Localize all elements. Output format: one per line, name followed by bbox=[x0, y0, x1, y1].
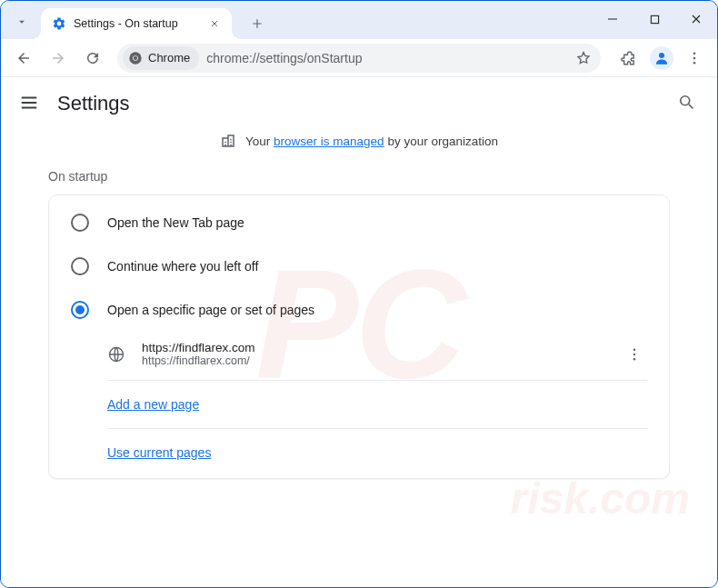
radio-label: Open the New Tab page bbox=[107, 215, 244, 230]
maximize-button[interactable] bbox=[633, 1, 675, 37]
radio-option-newtab[interactable]: Open the New Tab page bbox=[49, 201, 669, 244]
extensions-button[interactable] bbox=[613, 43, 644, 74]
svg-point-4 bbox=[659, 53, 664, 58]
add-page-row: Add a new page bbox=[49, 384, 669, 424]
back-button[interactable] bbox=[8, 43, 39, 74]
startup-page-text: https://findflarex.com https://findflare… bbox=[142, 341, 605, 367]
url-text: chrome://settings/onStartup bbox=[206, 51, 568, 65]
use-current-row: Use current pages bbox=[49, 433, 669, 473]
maximize-icon bbox=[650, 15, 660, 25]
reload-button[interactable] bbox=[77, 43, 108, 74]
avatar bbox=[650, 46, 673, 70]
svg-point-11 bbox=[633, 353, 636, 355]
kebab-icon bbox=[686, 50, 703, 66]
tab-title: Settings - On startup bbox=[74, 17, 199, 30]
radio-icon bbox=[71, 301, 89, 319]
section-label: On startup bbox=[1, 165, 717, 194]
building-icon bbox=[220, 133, 236, 149]
profile-button[interactable] bbox=[646, 43, 677, 74]
startup-page-row: https://findflarex.com https://findflare… bbox=[49, 332, 669, 376]
arrow-right-icon bbox=[50, 50, 66, 66]
site-chip-label: Chrome bbox=[148, 51, 190, 65]
puzzle-icon bbox=[621, 50, 637, 66]
radio-icon bbox=[71, 257, 89, 275]
close-icon bbox=[691, 14, 702, 25]
svg-point-6 bbox=[693, 56, 696, 59]
radio-label: Continue where you left off bbox=[107, 259, 258, 274]
gear-icon bbox=[52, 16, 66, 31]
search-icon bbox=[677, 93, 695, 111]
radio-label: Open a specific page or set of pages bbox=[107, 303, 314, 317]
titlebar: Settings - On startup bbox=[1, 1, 717, 39]
svg-point-7 bbox=[693, 61, 696, 64]
app-menu-button[interactable] bbox=[679, 43, 710, 74]
close-window-button[interactable] bbox=[675, 1, 717, 37]
address-bar[interactable]: Chrome chrome://settings/onStartup bbox=[117, 44, 601, 73]
reload-icon bbox=[85, 50, 101, 66]
browser-toolbar: Chrome chrome://settings/onStartup bbox=[1, 39, 717, 77]
close-icon bbox=[210, 19, 219, 28]
new-tab-button[interactable] bbox=[244, 11, 270, 36]
managed-link[interactable]: browser is managed bbox=[274, 135, 384, 148]
star-icon bbox=[575, 50, 592, 66]
startup-page-url: https://findflarex.com/ bbox=[142, 354, 605, 367]
startup-page-title: https://findflarex.com bbox=[142, 341, 605, 354]
kebab-icon bbox=[626, 346, 643, 363]
toolbar-right bbox=[613, 43, 710, 74]
watermark-sub: risk.com bbox=[511, 473, 690, 523]
minimize-icon bbox=[607, 14, 618, 25]
svg-point-3 bbox=[134, 55, 137, 59]
svg-point-8 bbox=[681, 95, 690, 105]
svg-rect-0 bbox=[651, 15, 658, 23]
radio-option-specific[interactable]: Open a specific page or set of pages bbox=[49, 288, 669, 332]
settings-header: Settings bbox=[1, 77, 717, 129]
search-settings-button[interactable] bbox=[677, 93, 699, 115]
bookmark-button[interactable] bbox=[575, 50, 592, 66]
forward-button[interactable] bbox=[43, 43, 74, 74]
site-info-chip[interactable]: Chrome bbox=[123, 46, 199, 70]
window-controls bbox=[592, 1, 717, 39]
tab-close-button[interactable] bbox=[206, 15, 223, 32]
minimize-button[interactable] bbox=[592, 1, 633, 37]
managed-text: Your browser is managed by your organiza… bbox=[245, 135, 498, 148]
page-title: Settings bbox=[57, 92, 130, 115]
chevron-down-icon bbox=[15, 15, 28, 28]
arrow-left-icon bbox=[15, 50, 32, 66]
person-icon bbox=[653, 50, 670, 66]
add-page-link[interactable]: Add a new page bbox=[107, 397, 199, 412]
browser-tab[interactable]: Settings - On startup bbox=[41, 8, 232, 39]
hamburger-icon bbox=[19, 93, 39, 113]
browser-window: Settings - On startup bbox=[0, 0, 718, 588]
divider bbox=[107, 428, 647, 429]
use-current-link[interactable]: Use current pages bbox=[107, 445, 211, 460]
svg-point-12 bbox=[633, 357, 636, 360]
chrome-logo-icon bbox=[128, 51, 143, 65]
svg-point-10 bbox=[633, 348, 636, 351]
page-actions-button[interactable] bbox=[622, 342, 647, 367]
svg-point-5 bbox=[693, 52, 696, 55]
settings-page: PC risk.com Settings Your browser is man… bbox=[1, 77, 717, 587]
managed-banner: Your browser is managed by your organiza… bbox=[1, 129, 717, 165]
radio-option-continue[interactable]: Continue where you left off bbox=[49, 244, 669, 288]
menu-button[interactable] bbox=[19, 93, 41, 115]
divider bbox=[107, 380, 647, 381]
plus-icon bbox=[251, 17, 264, 30]
globe-icon bbox=[107, 345, 125, 364]
startup-card: Open the New Tab page Continue where you… bbox=[48, 194, 670, 479]
radio-icon bbox=[71, 214, 89, 232]
